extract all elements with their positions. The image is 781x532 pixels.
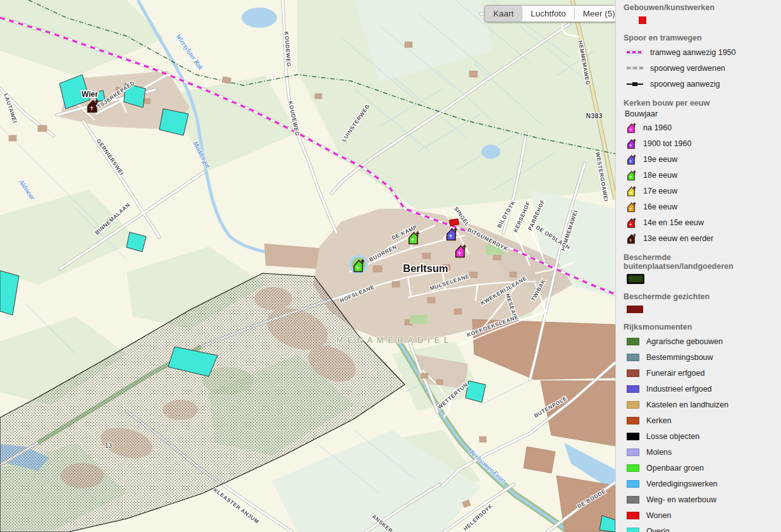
legend-item-label: Openbaar groen [646,464,704,473]
color-chip [627,496,639,504]
color-chip [627,417,639,424]
town-label-wier: Wier [82,90,98,99]
legend-section-rijksmonumenten-title: Rijksmonumenten [624,323,777,331]
legend-item-kerk-19e: 19e eeuw [616,151,781,167]
gebouwen-color-swatch [639,16,646,24]
legend-item-label: Kastelen en landhuizen [646,400,729,409]
meer-dropdown-label: Meer (5) [583,9,615,18]
town-label-berltsum: Berltsum [403,263,448,274]
color-chip [627,433,639,440]
legend-item-label: na 1960 [643,123,672,132]
legend-item-bestemmingsbouw: Bestemmingsbouw [616,349,781,365]
color-chip [627,512,639,519]
color-chip [627,401,639,409]
tramline-sample-icon [627,51,643,54]
legend-section-buitenplaatsen-title: Beschermde buitenplaatsen/landgoederen [624,253,777,271]
color-chip [627,385,639,393]
railway-gone-sample-icon [627,66,643,70]
gezichten-swatch [627,306,643,313]
legend-item-kerk-na1960: na 1960 [616,120,781,135]
tab-kaart-label: Kaart [493,9,513,18]
area-number-label: 13 [105,442,113,449]
legend-item-kerken: Kerken [616,412,781,428]
tab-luchtfoto[interactable]: Luchtfoto [522,6,574,22]
legend-item-label: Bestemmingsbouw [646,353,713,362]
legend-item-label: 16e eeuw [643,202,677,211]
tab-luchtfoto-label: Luchtfoto [531,9,566,18]
legend-item-label: Overig [646,527,670,532]
legend-item-label: 1900 tot 1960 [643,139,691,148]
meer-dropdown-button[interactable]: Meer (5) [575,6,615,22]
legend-item-kerk-16e: 16e eeuw [616,199,781,214]
legend-item-label: spoorweg verdwenen [650,64,725,73]
legend-item-wonen: Wonen [616,507,781,523]
legend-item-tramweg: tramweg aanwezig 1950 [616,44,781,60]
legend-item-label: Agrarische gebouwen [646,337,723,346]
legend-item-label: 14e en 15e eeuw [643,218,704,227]
pond [481,145,500,159]
legend-item-kerk-14-15e: 14e en 15e eeuw [616,214,781,230]
legend-item-label: Molens [646,448,672,457]
legend-item-label: Wonen [646,511,671,520]
legend-section-gebouwen-title: Gebouwen/kunstwerken [624,3,777,12]
color-chip [627,448,639,456]
legend-item-kerk-13e: 13e eeuw en eerder [616,230,781,246]
map-toolbar: Kaart Luchtfoto Meer (5) [484,5,615,22]
legend-item-label: 18e eeuw [643,171,677,180]
color-chip [627,354,639,361]
map-canvas[interactable]: LAUTAWEI TSJERKEPAED GERNIERSWEI BINNEMA… [0,0,615,532]
color-chip [627,369,639,377]
legend-item-label: Verdedigingswerken [646,479,718,488]
legend-panel: Gebouwen/kunstwerken Spoor en tramwegen … [615,0,781,532]
color-chip [627,480,639,488]
legend-item-label: Weg- en waterbouw [646,495,716,504]
legend-section-gezichten-title: Beschermde gezichten [624,292,777,301]
legend-item-industrieel: Industrieel erfgoed [616,381,781,397]
legend-item-label: Industrieel erfgoed [646,385,712,393]
railway-present-sample-icon [627,84,643,85]
gebouw-kunstwerk-marker[interactable] [449,219,458,226]
region-label: MENAMERADIEL [336,336,453,345]
map-svg[interactable]: LAUTAWEI TSJERKEPAED GERNIERSWEI BINNEMA… [0,0,615,532]
legend-item-agrarisch: Agrarische gebouwen [616,333,781,349]
legend-item-label: Kerken [646,416,672,425]
legend-item-kastelen: Kastelen en landhuizen [616,397,781,412]
legend-item-label: tramweg aanwezig 1950 [650,48,736,57]
color-chip [627,338,639,345]
legend-item-spoorweg-verdwenen: spoorweg verdwenen [616,60,781,76]
legend-section-spoor-title: Spoor en tramwegen [624,34,777,42]
legend-item-label: spoorweg aanwezig [650,80,720,89]
legend-kerken-subtitle: Bouwjaar [625,109,777,118]
legend-item-label: 17e eeuw [643,187,677,195]
app-window: LAUTAWEI TSJERKEPAED GERNIERSWEI BINNEMA… [0,0,781,532]
pond [242,8,277,28]
legend-item-spoorweg-aanwezig: spoorweg aanwezig [616,76,781,92]
legend-item-losse-objecten: Losse objecten [616,428,781,444]
legend-section-kerken-title: Kerken bouw per eeuw [624,99,777,108]
legend-item-overig: Overig [616,523,781,532]
road-ref-n383: N383 [586,113,603,120]
buitenplaatsen-swatch [627,274,644,284]
tab-kaart[interactable]: Kaart [485,6,522,22]
legend-item-molens: Molens [616,444,781,460]
color-chip [627,464,639,472]
legend-item-kerk-18e: 18e eeuw [616,167,781,183]
legend-item-label: 13e eeuw en eerder [643,234,713,243]
legend-item-kerk-1900-1960: 1900 tot 1960 [616,135,781,151]
legend-item-weg-waterbouw: Weg- en waterbouw [616,492,781,507]
legend-item-kerk-17e: 17e eeuw [616,183,781,199]
legend-item-label: 19e eeuw [643,155,677,164]
legend-item-label: Losse objecten [646,432,699,441]
legend-item-openbaar-groen: Openbaar groen [616,460,781,476]
legend-item-label: Funerair erfgoed [646,369,704,378]
color-chip [627,528,639,532]
legend-item-verdedigingswerken: Verdedigingswerken [616,476,781,492]
legend-item-funerair: Funerair erfgoed [616,365,781,381]
